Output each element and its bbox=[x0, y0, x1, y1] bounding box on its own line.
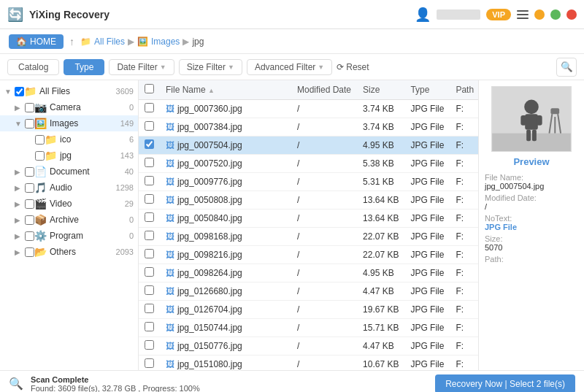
table-row[interactable]: 🖼jpg_0007520.jpg / 5.38 KB JPG File F: bbox=[139, 155, 478, 173]
file-name: jpg_0007504.jpg bbox=[177, 140, 242, 150]
table-row[interactable]: 🖼jpg_0009776.jpg / 5.31 KB JPG File F: bbox=[139, 173, 478, 191]
file-path: F: bbox=[450, 283, 478, 301]
file-date: / bbox=[291, 173, 357, 191]
row-checkbox[interactable] bbox=[145, 304, 154, 313]
file-path: F: bbox=[450, 137, 478, 155]
camera-checkbox[interactable] bbox=[25, 103, 34, 112]
sidebar-item-others[interactable]: ▶ 📂 Others 2093 bbox=[0, 244, 138, 260]
row-checkbox[interactable] bbox=[145, 249, 154, 258]
col-header-name[interactable]: File Name ▲ bbox=[160, 80, 291, 100]
breadcrumb-allfiles[interactable]: All Files bbox=[94, 36, 125, 47]
archive-checkbox[interactable] bbox=[25, 215, 34, 225]
video-checkbox[interactable] bbox=[25, 199, 34, 209]
recovery-button[interactable]: Recovery Now | Select 2 file(s) bbox=[435, 374, 575, 393]
date-filter-button[interactable]: Date Filter ▼ bbox=[109, 59, 174, 75]
toolbar: Catalog Type Date Filter ▼ Size Filter ▼… bbox=[0, 54, 584, 80]
sidebar-item-audio[interactable]: ▶ 🎵 Audio 1298 bbox=[0, 180, 138, 196]
type-tab[interactable]: Type bbox=[64, 59, 104, 75]
sidebar-item-images[interactable]: ▼ 🖼️ Images 149 bbox=[0, 115, 138, 131]
audio-checkbox[interactable] bbox=[25, 183, 34, 193]
table-row[interactable]: 🖼jpg_0150744.jpg / 15.71 KB JPG File F: bbox=[139, 319, 478, 337]
minimize-button[interactable] bbox=[534, 9, 545, 20]
file-size: 4.47 KB bbox=[357, 283, 404, 301]
select-all-checkbox[interactable] bbox=[145, 84, 154, 93]
row-checkbox[interactable] bbox=[145, 212, 154, 222]
expand-icon bbox=[25, 152, 35, 160]
row-checkbox[interactable] bbox=[145, 158, 154, 167]
maximize-button[interactable] bbox=[550, 9, 561, 20]
sidebar-item-archive[interactable]: ▶ 📦 Archive 0 bbox=[0, 212, 138, 228]
file-date: / bbox=[291, 100, 357, 118]
col-header-check[interactable] bbox=[139, 80, 160, 100]
breadcrumb-images[interactable]: Images bbox=[151, 36, 180, 47]
file-icon: 🖼 bbox=[166, 158, 174, 169]
user-icon[interactable]: 👤 bbox=[415, 7, 431, 23]
nav-up-arrow[interactable]: ↑ bbox=[69, 36, 74, 47]
file-size: 13.64 KB bbox=[357, 210, 404, 228]
ico-checkbox[interactable] bbox=[35, 135, 45, 145]
row-checkbox[interactable] bbox=[145, 194, 154, 204]
search-button[interactable]: 🔍 bbox=[556, 58, 577, 77]
table-row[interactable]: 🖼jpg_0050840.jpg / 13.64 KB JPG File F: bbox=[139, 210, 478, 228]
row-checkbox[interactable] bbox=[145, 103, 154, 112]
catalog-tab[interactable]: Catalog bbox=[7, 59, 59, 75]
size-filter-button[interactable]: Size Filter ▼ bbox=[179, 59, 242, 75]
reset-button[interactable]: ⟳ Reset bbox=[337, 62, 369, 72]
menu-icon[interactable] bbox=[517, 10, 529, 19]
col-header-date[interactable]: Modified Date bbox=[291, 80, 357, 100]
sidebar-item-program[interactable]: ▶ ⚙️ Program 0 bbox=[0, 228, 138, 244]
file-name: jpg_0050840.jpg bbox=[177, 213, 242, 223]
col-header-size[interactable]: Size bbox=[357, 80, 404, 100]
row-checkbox[interactable] bbox=[145, 267, 154, 277]
jpg-checkbox[interactable] bbox=[35, 151, 45, 161]
sidebar-item-camera[interactable]: ▶ 📷 Camera 0 bbox=[0, 99, 138, 115]
col-header-path[interactable]: Path bbox=[450, 80, 478, 100]
table-row[interactable]: 🖼jpg_0150776.jpg / 4.47 KB JPG File F: bbox=[139, 337, 478, 356]
row-checkbox[interactable] bbox=[145, 358, 154, 368]
breadcrumb-jpg[interactable]: jpg bbox=[192, 36, 204, 47]
preview-filetype-value: JPG File bbox=[485, 223, 578, 231]
table-row[interactable]: 🖼jpg_0151080.jpg / 10.67 KB JPG File F: bbox=[139, 356, 478, 371]
file-icon: 🖼 bbox=[166, 250, 174, 260]
table-row[interactable]: 🖼jpg_0007360.jpg / 3.74 KB JPG File F: bbox=[139, 100, 478, 118]
table-row[interactable]: 🖼jpg_0126680.jpg / 4.47 KB JPG File F: bbox=[139, 283, 478, 301]
row-checkbox[interactable] bbox=[145, 285, 154, 295]
col-header-type[interactable]: Type bbox=[404, 80, 450, 100]
sidebar-item-jpg[interactable]: 📁 jpg 143 bbox=[0, 147, 138, 164]
table-row[interactable]: 🖼jpg_0098264.jpg / 4.95 KB JPG File F: bbox=[139, 264, 478, 283]
table-row[interactable]: 🖼jpg_0007504.jpg / 4.95 KB JPG File F: bbox=[139, 137, 478, 155]
table-row[interactable]: 🖼jpg_0098168.jpg / 22.07 KB JPG File F: bbox=[139, 228, 478, 246]
table-row[interactable]: 🖼jpg_0007384.jpg / 3.74 KB JPG File F: bbox=[139, 118, 478, 137]
others-checkbox[interactable] bbox=[25, 247, 34, 257]
table-row[interactable]: 🖼jpg_0098216.jpg / 22.07 KB JPG File F: bbox=[139, 246, 478, 264]
home-button[interactable]: 🏠 HOME bbox=[9, 34, 64, 49]
table-row[interactable]: 🖼jpg_0050808.jpg / 13.64 KB JPG File F: bbox=[139, 191, 478, 210]
allfiles-checkbox[interactable] bbox=[15, 87, 24, 96]
preview-date-value: / bbox=[485, 202, 578, 211]
row-checkbox[interactable] bbox=[145, 322, 154, 331]
row-checkbox[interactable] bbox=[145, 340, 154, 350]
svg-rect-8 bbox=[550, 108, 559, 114]
table-row[interactable]: 🖼jpg_0126704.jpg / 19.67 KB JPG File F: bbox=[139, 301, 478, 319]
titlebar-left: 🔄 YiXing Recovery bbox=[7, 7, 110, 23]
sidebar: ▼ 📁 All Files 3609 ▶ 📷 Camera 0 ▼ 🖼️ Ima… bbox=[0, 80, 139, 370]
sidebar-item-document[interactable]: ▶ 📄 Document 40 bbox=[0, 164, 138, 180]
document-checkbox[interactable] bbox=[25, 167, 34, 177]
file-icon: 🖼 bbox=[166, 231, 174, 242]
file-size: 22.07 KB bbox=[357, 246, 404, 264]
close-button[interactable] bbox=[566, 9, 577, 20]
sidebar-item-video[interactable]: ▶ 🎬 Video 29 bbox=[0, 196, 138, 212]
row-checkbox[interactable] bbox=[145, 231, 154, 240]
sidebar-item-ico[interactable]: 📁 ico 6 bbox=[0, 131, 138, 147]
row-checkbox[interactable] bbox=[145, 139, 154, 149]
sidebar-item-allfiles[interactable]: ▼ 📁 All Files 3609 bbox=[0, 83, 138, 99]
titlebar-right: 👤 VIP bbox=[415, 7, 577, 23]
row-checkbox[interactable] bbox=[145, 121, 154, 131]
file-name: jpg_0009776.jpg bbox=[177, 177, 242, 187]
advanced-filter-button[interactable]: Advanced Filter ▼ bbox=[247, 59, 332, 75]
vip-badge[interactable]: VIP bbox=[486, 9, 511, 20]
images-checkbox[interactable] bbox=[25, 119, 34, 128]
file-date: / bbox=[291, 337, 357, 356]
row-checkbox[interactable] bbox=[145, 176, 154, 185]
program-checkbox[interactable] bbox=[25, 231, 34, 241]
